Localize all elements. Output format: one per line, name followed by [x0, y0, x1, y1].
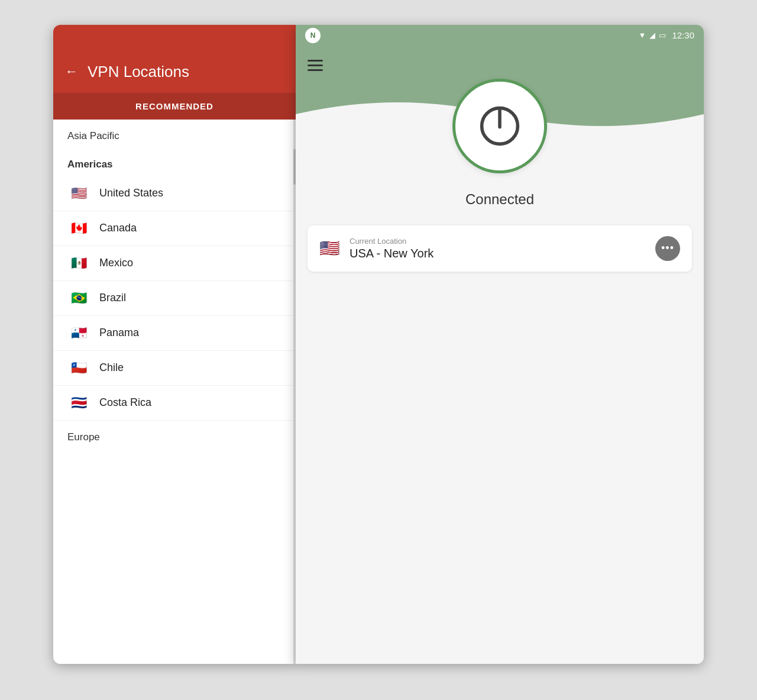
country-name-pa: Panama — [99, 327, 139, 339]
current-location-flag: 🇺🇸 — [319, 238, 340, 258]
current-location-value: USA - New York — [350, 247, 646, 260]
country-name-us: United States — [99, 187, 163, 199]
location-card: 🇺🇸 Current Location USA - New York ••• — [308, 225, 692, 272]
country-name-cl: Chile — [99, 362, 124, 374]
device-wrapper: ← VPN Locations RECOMMENDED Asia Pacific… — [53, 25, 704, 676]
status-bar: N ▼ ◢ ▭ 12:30 — [296, 25, 704, 46]
power-icon — [476, 102, 523, 150]
flag-br: 🇧🇷 — [67, 291, 90, 306]
right-body: Connected 🇺🇸 Current Location USA - New … — [296, 138, 704, 664]
hamburger-line-2 — [308, 64, 323, 66]
wifi-icon: ◢ — [649, 31, 655, 40]
country-mexico[interactable]: 🇲🇽 Mexico — [53, 246, 296, 281]
country-brazil[interactable]: 🇧🇷 Brazil — [53, 281, 296, 316]
flag-cl: 🇨🇱 — [67, 360, 90, 376]
flag-cr: 🇨🇷 — [67, 395, 90, 411]
country-name-mx: Mexico — [99, 257, 133, 269]
time-display: 12:30 — [672, 30, 694, 40]
region-asia-pacific[interactable]: Asia Pacific — [53, 120, 296, 148]
app-icon: N — [305, 28, 321, 43]
country-name-br: Brazil — [99, 292, 126, 304]
connection-status: Connected — [465, 191, 534, 208]
signal-icon: ▼ — [639, 31, 646, 40]
country-panama[interactable]: 🇵🇦 Panama — [53, 316, 296, 351]
country-list: Asia Pacific Americas 🇺🇸 United States 🇨… — [53, 120, 296, 664]
location-info: Current Location USA - New York — [350, 237, 646, 260]
flag-ca: 🇨🇦 — [67, 221, 90, 236]
right-panel: N ▼ ◢ ▭ 12:30 — [296, 25, 704, 664]
hamburger-line-1 — [308, 60, 323, 62]
status-icons-right: ▼ ◢ ▭ 12:30 — [639, 30, 694, 40]
hamburger-line-3 — [308, 69, 323, 71]
flag-mx: 🇲🇽 — [67, 256, 90, 271]
battery-icon: ▭ — [659, 31, 666, 40]
country-canada[interactable]: 🇨🇦 Canada — [53, 211, 296, 246]
country-united-states[interactable]: 🇺🇸 United States — [53, 176, 296, 211]
country-costa-rica[interactable]: 🇨🇷 Costa Rica — [53, 386, 296, 421]
flag-us: 🇺🇸 — [67, 186, 90, 201]
country-chile[interactable]: 🇨🇱 Chile — [53, 351, 296, 386]
left-panel: ← VPN Locations RECOMMENDED Asia Pacific… — [53, 25, 296, 664]
recommended-button[interactable]: RECOMMENDED — [53, 93, 296, 120]
power-button[interactable] — [452, 79, 547, 173]
flag-pa: 🇵🇦 — [67, 325, 90, 341]
more-options-button[interactable]: ••• — [655, 236, 680, 261]
country-name-cr: Costa Rica — [99, 396, 151, 409]
region-europe[interactable]: Europe — [53, 421, 296, 449]
panel-title: VPN Locations — [88, 63, 189, 81]
left-header: ← VPN Locations RECOMMENDED — [53, 25, 296, 120]
current-location-label: Current Location — [350, 237, 646, 246]
left-header-top: ← VPN Locations — [53, 51, 296, 87]
country-name-ca: Canada — [99, 222, 137, 234]
back-button[interactable]: ← — [65, 64, 78, 79]
region-americas[interactable]: Americas — [53, 148, 296, 176]
status-bar-left: N — [305, 28, 321, 43]
